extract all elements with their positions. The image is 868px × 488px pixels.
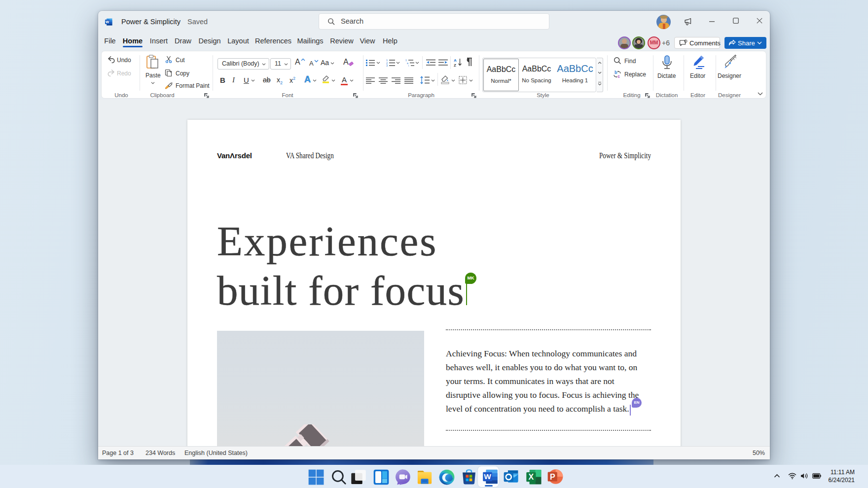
svg-text:Z: Z [454,63,456,67]
svg-text:3: 3 [386,64,388,67]
svg-text:c: c [617,74,620,78]
svg-text:X: X [529,473,534,481]
svg-text:i: i [408,64,409,67]
svg-text:A: A [454,58,457,63]
svg-text:P: P [550,473,555,481]
svg-text:W: W [106,20,109,24]
svg-text:W: W [484,472,491,481]
